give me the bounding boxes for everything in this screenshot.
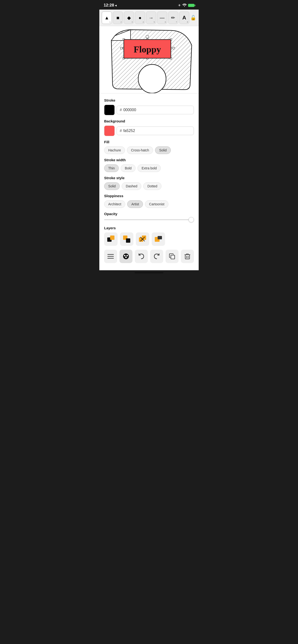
tool-number-1: 1 [109, 21, 111, 23]
select-icon: ▲ [104, 15, 109, 20]
bg-color-row: # [104, 126, 194, 136]
stroke-bold[interactable]: Bold [121, 164, 135, 172]
undo-button[interactable] [135, 250, 148, 263]
background-section: Background # [104, 119, 194, 136]
copy-button[interactable] [166, 250, 179, 263]
style-solid[interactable]: Solid [104, 182, 120, 190]
rectangle-icon: ■ [116, 15, 119, 20]
tool-number-4: 4 [142, 21, 144, 23]
lock-button[interactable]: 🔓 [190, 15, 196, 20]
tool-number-5: 5 [154, 21, 155, 23]
opacity-thumb[interactable] [189, 217, 194, 222]
svg-point-32 [126, 255, 128, 256]
wifi-icon [182, 3, 187, 8]
stroke-label: Stroke [104, 98, 194, 102]
canvas-svg: Floppy [99, 26, 199, 93]
stroke-color-input-wrap[interactable]: # [117, 106, 194, 114]
bg-hash: # [120, 129, 122, 133]
tool-number-7: 7 [176, 21, 177, 23]
canvas-area[interactable]: Floppy [99, 26, 199, 93]
slop-cartoonist[interactable]: Cartoonist [145, 200, 169, 208]
pencil-icon: ✏ [171, 15, 175, 20]
tool-circle[interactable]: ● 4 [135, 12, 145, 24]
fill-options: Hachure Cross-hatch Solid [104, 146, 194, 154]
layer-btn-3[interactable] [136, 232, 149, 246]
bg-color-input[interactable] [123, 129, 191, 133]
stroke-hash: # [120, 108, 122, 112]
svg-rect-35 [185, 255, 190, 259]
tool-diamond[interactable]: ◆ 3 [124, 12, 134, 24]
layer-btn-4[interactable] [152, 232, 165, 246]
tool-select[interactable]: ▲ 1 [102, 12, 112, 24]
tool-number-6: 6 [165, 21, 166, 23]
stroke-width-label: Stroke width [104, 158, 194, 162]
svg-point-33 [125, 256, 127, 258]
background-label: Background [104, 119, 194, 123]
style-button[interactable] [119, 250, 132, 263]
svg-rect-20 [126, 238, 130, 243]
stroke-color-swatch[interactable] [104, 105, 115, 115]
stroke-style-options: Solid Dashed Dotted [104, 182, 194, 190]
opacity-track [104, 219, 194, 220]
slop-artist[interactable]: Artist [127, 200, 143, 208]
fill-solid[interactable]: Solid [155, 146, 171, 154]
style-dotted[interactable]: Dotted [143, 182, 161, 190]
properties-panel: Stroke # Background # Fill Hachure Cross… [99, 93, 199, 270]
stroke-extra-bold[interactable]: Extra bold [137, 164, 161, 172]
stroke-style-label: Stroke style [104, 176, 194, 180]
fill-label: Fill [104, 140, 194, 144]
menu-button[interactable] [104, 250, 117, 263]
bottom-toolbar [104, 250, 194, 263]
bg-color-input-wrap[interactable]: # [117, 126, 194, 135]
status-time: 12:28 ◂ [104, 3, 117, 8]
redo-button[interactable] [150, 250, 163, 263]
toolbar: ▲ 1 ■ 2 ◆ 3 ● 4 → 5 — 6 ✏ 7 A 8 🔓 [99, 10, 199, 26]
sloppiness-label: Sloppiness [104, 194, 194, 198]
tool-pencil[interactable]: ✏ 7 [168, 12, 178, 24]
battery-icon [188, 4, 194, 7]
style-dashed[interactable]: Dashed [122, 182, 141, 190]
svg-rect-26 [158, 236, 162, 239]
tool-number-2: 2 [120, 21, 122, 23]
stroke-color-row: # [104, 105, 194, 115]
arrow-icon: → [149, 15, 154, 20]
stroke-width-section: Stroke width Thin Bold Extra bold [104, 158, 194, 172]
tool-line[interactable]: — 6 [157, 12, 167, 24]
stroke-color-input[interactable] [123, 108, 191, 112]
opacity-label: Opacity [104, 212, 194, 216]
tool-number-3: 3 [131, 21, 133, 23]
airplane-icon: ✈ [178, 3, 181, 7]
delete-button[interactable] [181, 250, 194, 263]
svg-point-31 [124, 255, 125, 256]
tool-arrow[interactable]: → 5 [146, 12, 156, 24]
layer-btn-2[interactable] [120, 232, 133, 246]
opacity-fill [104, 219, 189, 220]
opacity-slider-wrap[interactable] [104, 218, 194, 221]
svg-point-1 [138, 64, 166, 93]
svg-point-10 [146, 35, 149, 38]
svg-rect-18 [110, 236, 114, 240]
home-indicator [99, 270, 199, 274]
stroke-section: Stroke # [104, 98, 194, 115]
slop-architect[interactable]: Architect [104, 200, 125, 208]
fill-crosshatch[interactable]: Cross-hatch [127, 146, 153, 154]
home-bar [135, 272, 163, 273]
bg-color-swatch[interactable] [104, 126, 115, 136]
layer-icons-row [104, 232, 194, 246]
tool-number-8: 8 [187, 21, 188, 23]
sloppiness-section: Sloppiness Architect Artist Cartoonist [104, 194, 194, 208]
stroke-thin[interactable]: Thin [104, 164, 119, 172]
fill-hachure[interactable]: Hachure [104, 146, 125, 154]
status-bar: 12:28 ◂ ✈ [99, 0, 199, 10]
diamond-icon: ◆ [127, 15, 131, 20]
layer-btn-1[interactable] [104, 232, 117, 246]
time-display: 12:28 [104, 3, 114, 8]
sloppiness-options: Architect Artist Cartoonist [104, 200, 194, 208]
line-icon: — [160, 15, 165, 20]
tool-rectangle[interactable]: ■ 2 [113, 12, 123, 24]
layers-label: Layers [104, 226, 194, 230]
status-icons: ✈ [178, 3, 194, 8]
stroke-style-section: Stroke style Solid Dashed Dotted [104, 176, 194, 190]
opacity-section: Opacity [104, 212, 194, 221]
tool-text[interactable]: A 8 [179, 12, 189, 24]
